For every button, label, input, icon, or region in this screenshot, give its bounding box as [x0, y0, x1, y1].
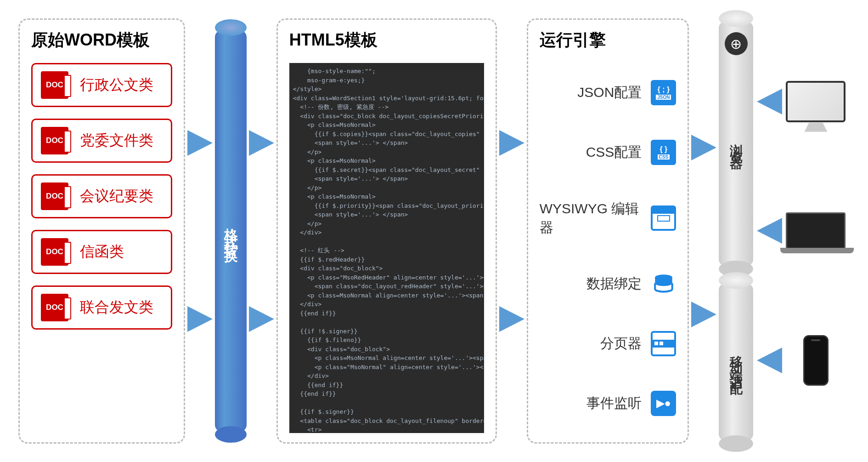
format-converter: 格式转换 [215, 18, 247, 444]
doc-type-item: DOC行政公文类 [31, 63, 172, 107]
doc-label: 党委文件类 [80, 131, 153, 151]
arrow-right-icon [691, 302, 716, 327]
arrow-right-icon [249, 130, 274, 156]
doc-icon: DOC [41, 238, 68, 266]
arrow-right-icon [249, 306, 274, 332]
engine-feature-item: CSS配置{ }CSS [540, 136, 676, 169]
arrow-right-icon [187, 130, 213, 156]
engine-feature-item: WYSIWYG 编辑器 [540, 196, 676, 241]
arrow-right-icon [691, 135, 716, 160]
arrow-right-icon [187, 306, 213, 332]
arrow-right-icon [499, 306, 524, 332]
json-icon: { ; }JSON [651, 80, 676, 105]
doc-icon: DOC [41, 71, 68, 99]
engine-feature-item: 事件监听▶● [540, 387, 676, 420]
arrows-to-converter [185, 18, 215, 444]
browser-label: 浏览器 [727, 133, 745, 154]
arrows-from-devices [757, 18, 782, 444]
doc-label: 会议纪要类 [80, 186, 153, 206]
arrow-right-icon [499, 130, 524, 156]
converter-label: 格式转换 [221, 217, 240, 245]
engine-label: 数据绑定 [586, 274, 642, 293]
engine-feature-item: JSON配置{ ; }JSON [540, 76, 676, 109]
arrows-to-html5 [247, 18, 276, 444]
engine-label: JSON配置 [577, 83, 642, 102]
doc-type-item: DOC会议纪要类 [31, 174, 172, 218]
panel3-title: 运行引擎 [540, 29, 676, 51]
engine-label: 事件监听 [586, 394, 642, 413]
arrow-left-icon [757, 348, 782, 373]
arrows-to-output [689, 18, 719, 444]
doc-type-item: DOC联合发文类 [31, 285, 172, 330]
engine-feature-item: 数据绑定 [540, 268, 676, 300]
engine-label: WYSIWYG 编辑器 [540, 200, 642, 237]
doc-label: 联合发文类 [80, 297, 153, 318]
arrow-left-icon [757, 218, 782, 244]
arrow-left-icon [757, 89, 782, 114]
doc-icon: DOC [41, 183, 68, 210]
html5-template-panel: HTML5模板 {mso-style-name:""; mso-gram-e:y… [276, 18, 497, 444]
doc-label: 行政公文类 [80, 75, 153, 95]
smartphone-icon [782, 333, 850, 388]
code-sample: {mso-style-name:""; mso-gram-e:yes;} </s… [289, 63, 484, 433]
event-icon: ▶● [651, 391, 676, 416]
runtime-engine-panel: 运行引擎 JSON配置{ ; }JSONCSS配置{ }CSSWYSIWYG 编… [527, 18, 689, 444]
engine-label: 分页器 [600, 334, 642, 353]
panel1-title: 原始WORD模板 [31, 29, 172, 51]
doc-icon: DOC [41, 127, 68, 154]
output-column: ⊕ 浏览器 移动端适配 [719, 18, 757, 444]
arrows-to-engine [497, 18, 527, 444]
laptop-icon [782, 203, 850, 258]
doc-icon: DOC [41, 294, 68, 321]
mobile-label: 移动端适配 [727, 345, 745, 379]
panel2-title: HTML5模板 [289, 29, 484, 51]
desktop-icon [782, 74, 850, 129]
css-icon: { }CSS [651, 140, 676, 165]
editor-icon [651, 205, 676, 231]
word-template-panel: 原始WORD模板 DOC行政公文类DOC党委文件类DOC会议纪要类DOC信函类D… [18, 18, 185, 444]
browser-output: ⊕ 浏览器 [719, 18, 753, 269]
globe-icon: ⊕ [725, 32, 748, 55]
architecture-diagram: 原始WORD模板 DOC行政公文类DOC党委文件类DOC会议纪要类DOC信函类D… [18, 18, 850, 444]
pager-icon [651, 331, 676, 356]
doc-type-item: DOC信函类 [31, 230, 172, 274]
doc-type-item: DOC党委文件类 [31, 119, 172, 163]
database-icon [651, 271, 676, 297]
engine-feature-item: 分页器 [540, 327, 676, 360]
doc-label: 信函类 [80, 242, 124, 262]
mobile-output: 移动端适配 [719, 280, 753, 444]
engine-label: CSS配置 [586, 143, 642, 162]
devices-column [782, 18, 850, 444]
